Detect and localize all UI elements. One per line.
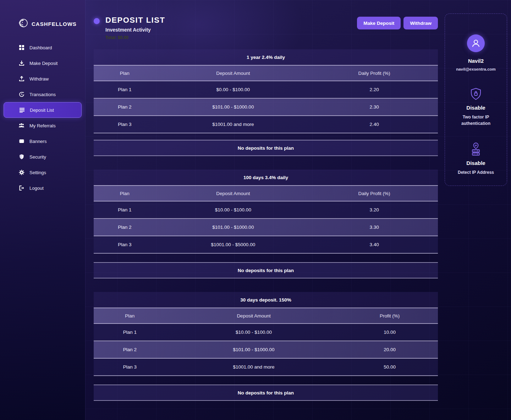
plan-cell: Plan 3 — [94, 242, 156, 247]
amount-cell: $1001.00 - $5000.00 — [156, 242, 311, 247]
dashboard-icon — [18, 45, 24, 51]
plan-cell: Plan 1 — [94, 87, 156, 92]
table-row: Plan 2 $101.00 - $1000.00 3.30 — [94, 219, 438, 236]
sidebar-item-label: Logout — [29, 186, 44, 191]
plan-table-title: 1 year 2.4% daily — [94, 49, 438, 65]
sidebar-item-make-deposit[interactable]: Make Deposit — [0, 55, 85, 71]
sidebar-item-banners[interactable]: Banners — [0, 133, 85, 149]
amount-cell: $101.00 - $1000.00 — [156, 225, 311, 230]
plan-cell: Plan 2 — [94, 104, 156, 110]
sidebar-item-label: Withdraw — [29, 76, 49, 82]
sidebar-item-dashboard[interactable]: Dashboard — [0, 40, 85, 55]
col-header: Deposit Amount — [156, 191, 311, 196]
accent-dot-icon — [94, 18, 100, 24]
settings-icon — [18, 170, 24, 176]
detect-ip-label: Detect IP Address — [453, 169, 499, 176]
sidebar-item-label: Security — [29, 154, 46, 160]
amount-cell: $101.00 - $1000.00 — [156, 104, 311, 110]
sidebar-item-label: Deposit List — [30, 107, 54, 113]
two-factor-label: Two factor IP authentication — [453, 114, 499, 127]
brand: CASHFELLOWS — [0, 0, 85, 30]
plan-cell: Plan 2 — [94, 347, 166, 352]
plan-table-1: 1 year 2.4% daily Plan Deposit Amount Da… — [94, 49, 438, 133]
col-header: Profit (%) — [341, 313, 438, 319]
col-header: Deposit Amount — [166, 313, 342, 319]
sidebar-item-label: Dashboard — [29, 45, 52, 50]
brand-name: CASHFELLOWS — [32, 21, 77, 27]
col-header: Plan — [94, 191, 156, 196]
sidebar-item-deposit-list[interactable]: Deposit List — [4, 102, 82, 118]
profit-cell: 10.00 — [341, 330, 438, 335]
plan-table-3: 30 days deposit. 150% Plan Deposit Amoun… — [94, 292, 438, 376]
page-title: DEPOSIT LIST — [105, 16, 165, 25]
plan-table-title: 30 days deposit. 150% — [94, 292, 438, 308]
security-icon — [18, 154, 24, 160]
sidebar-item-my-referrals[interactable]: My Referrals — [0, 118, 85, 133]
table-row: Plan 1 $10.00 - $100.00 3.20 — [94, 201, 438, 219]
profile-username: Navil2 — [468, 58, 484, 64]
profit-cell: 3.30 — [311, 225, 438, 230]
main-content: DEPOSIT LIST Investment Activity Total: … — [94, 0, 438, 401]
profit-cell: 50.00 — [341, 364, 438, 370]
deposit-list-icon — [19, 107, 25, 113]
svg-text:IP: IP — [475, 144, 477, 147]
banners-icon — [18, 138, 24, 144]
logout-icon — [18, 185, 24, 191]
ip-address-icon: IP — [469, 143, 482, 156]
amount-cell: $1001.00 and more — [156, 122, 311, 127]
amount-cell: $10.00 - $100.00 — [166, 330, 342, 335]
transactions-icon — [18, 92, 24, 98]
table-row: Plan 3 $1001.00 and more 2.40 — [94, 116, 438, 133]
sidebar-nav: Dashboard Make Deposit Withdraw Transact… — [0, 40, 85, 196]
amount-cell: $101.00 - $1000.00 — [166, 347, 342, 352]
table-row: Plan 3 $1001.00 and more 50.00 — [94, 359, 438, 376]
col-header: Daily Profit (%) — [311, 71, 438, 76]
plan-cell: Plan 2 — [94, 225, 156, 230]
plan-cell: Plan 3 — [94, 122, 156, 127]
no-deposits-banner: No deposits for this plan — [94, 385, 438, 401]
shield-lock-icon — [470, 88, 482, 100]
withdraw-button[interactable]: Withdraw — [403, 17, 438, 29]
referrals-icon — [18, 123, 24, 129]
sidebar-item-logout[interactable]: Logout — [0, 180, 85, 196]
avatar — [467, 34, 485, 52]
no-deposits-banner: No deposits for this plan — [94, 140, 438, 156]
table-row: Plan 1 $10.00 - $100.00 10.00 — [94, 324, 438, 341]
col-header: Daily Profit (%) — [311, 191, 438, 196]
page-header: DEPOSIT LIST Investment Activity Total: … — [94, 0, 438, 40]
make-deposit-icon — [18, 60, 24, 66]
sidebar-item-label: Settings — [29, 170, 46, 175]
profile-panel: Navil2 navil@exsentra.com Disable Two fa… — [445, 13, 507, 186]
profit-cell: 3.40 — [311, 242, 438, 247]
amount-cell: $1001.00 and more — [166, 364, 342, 370]
amount-cell: $10.00 - $100.00 — [156, 207, 311, 212]
col-header: Plan — [94, 313, 166, 319]
profit-cell: 3.20 — [311, 207, 438, 212]
col-header: Deposit Amount — [156, 71, 311, 76]
two-factor-section: Disable Two factor IP authentication — [453, 88, 499, 127]
profit-cell: 20.00 — [341, 347, 438, 352]
sidebar-item-label: My Referrals — [29, 123, 56, 128]
sidebar-item-label: Make Deposit — [29, 61, 57, 66]
sidebar-item-label: Transactions — [29, 92, 56, 97]
cashfellows-lion-logo-icon — [18, 18, 28, 30]
sidebar-item-withdraw[interactable]: Withdraw — [0, 71, 85, 87]
table-row: Plan 1 $0.00 - $100.00 2.20 — [94, 81, 438, 99]
make-deposit-button[interactable]: Make Deposit — [357, 17, 401, 29]
table-header-row: Plan Deposit Amount Daily Profit (%) — [94, 65, 438, 81]
plan-table-2: 100 days 3.4% daily Plan Deposit Amount … — [94, 170, 438, 254]
detect-ip-disable-button[interactable]: Disable — [466, 160, 485, 166]
sidebar-item-settings[interactable]: Settings — [0, 165, 85, 180]
profit-cell: 2.30 — [311, 104, 438, 110]
profit-cell: 2.40 — [311, 122, 438, 127]
table-row: Plan 2 $101.00 - $1000.00 20.00 — [94, 341, 438, 359]
sidebar-item-security[interactable]: Security — [0, 149, 85, 165]
table-row: Plan 2 $101.00 - $1000.00 2.30 — [94, 99, 438, 116]
user-icon — [471, 38, 481, 49]
two-factor-disable-button[interactable]: Disable — [466, 105, 485, 111]
profit-cell: 2.20 — [311, 87, 438, 92]
table-header-row: Plan Deposit Amount Profit (%) — [94, 308, 438, 324]
profile-email: navil@exsentra.com — [456, 67, 496, 71]
sidebar-item-transactions[interactable]: Transactions — [0, 87, 85, 102]
sidebar: CASHFELLOWS Dashboard Make Deposit Withd… — [0, 0, 85, 420]
